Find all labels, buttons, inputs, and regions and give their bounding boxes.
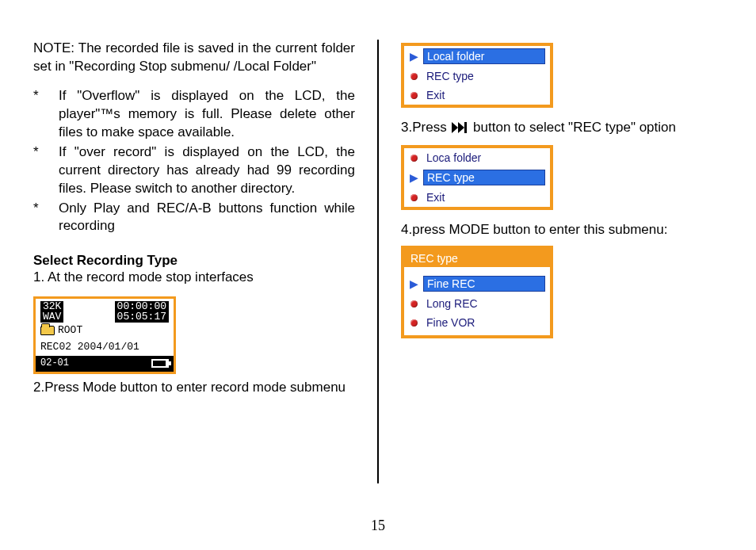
submenu-rec-type-select: Loca folder ▶ REC type Exit xyxy=(401,145,553,210)
bullet-text: If "over record" is displayed on the LCD… xyxy=(59,143,355,198)
lcd-record-mode: 32K WAV 00:00:00 05:05:17 ROOT REC02 200… xyxy=(33,296,176,374)
lcd-index: 02-01 xyxy=(40,357,69,369)
lcd-root-label: ROOT xyxy=(58,324,82,336)
fast-forward-icon xyxy=(452,120,468,139)
folder-icon xyxy=(40,326,55,335)
step-2: 2.Press Mode button to enter record mode… xyxy=(33,379,355,397)
menu-item-rec-type[interactable]: REC type xyxy=(404,67,550,86)
svg-rect-2 xyxy=(464,122,467,133)
menu-title: REC type xyxy=(404,249,550,267)
bullet-item: * Only Play and REC/A-B buttons function… xyxy=(33,200,355,236)
section-heading: Select Recording Type xyxy=(33,253,355,269)
battery-icon xyxy=(151,359,169,368)
submenu-rec-type-options: REC type ▶ Fine REC Long REC Fine VOR xyxy=(401,246,553,338)
bullet-text: If "Overflow" is displayed on the LCD, t… xyxy=(59,87,355,142)
bullet-dot-icon xyxy=(409,316,418,329)
menu-item-local-folder[interactable]: ▶ Local folder xyxy=(404,46,550,67)
menu-item-long-rec[interactable]: Long REC xyxy=(404,294,550,313)
bullet-dot-icon xyxy=(409,151,418,164)
menu-label: REC type xyxy=(423,170,545,185)
svg-marker-1 xyxy=(458,122,464,133)
bullet-star: * xyxy=(33,200,59,236)
bullet-star: * xyxy=(33,87,59,142)
page-number: 15 xyxy=(371,518,385,534)
bullet-list: * If "Overflow" is displayed on the LCD,… xyxy=(33,87,355,238)
bullet-item: * If "over record" is displayed on the L… xyxy=(33,143,355,198)
bullet-text: Only Play and REC/A-B buttons function w… xyxy=(59,200,355,236)
lcd-format: WAV xyxy=(43,312,61,322)
lcd-time-b: 05:05:17 xyxy=(117,312,166,322)
menu-label: Fine VOR xyxy=(423,315,545,330)
menu-label: Exit xyxy=(423,190,545,204)
menu-item-fine-rec[interactable]: ▶ Fine REC xyxy=(404,273,550,294)
bullet-dot-icon xyxy=(409,191,418,204)
selection-arrow-icon: ▶ xyxy=(409,277,418,290)
note-text: NOTE: The recorded file is saved in the … xyxy=(33,40,355,76)
menu-label: Long REC xyxy=(423,296,545,311)
menu-label: REC type xyxy=(423,69,545,83)
submenu-local-folder: ▶ Local folder REC type Exit xyxy=(401,43,553,108)
step-3: 3.Press button to select "REC type" opti… xyxy=(401,119,723,139)
menu-item-fine-vor[interactable]: Fine VOR xyxy=(404,313,550,332)
bullet-dot-icon xyxy=(409,89,418,101)
svg-marker-0 xyxy=(452,122,458,133)
bullet-star: * xyxy=(33,143,59,198)
menu-label: Fine REC xyxy=(423,276,545,292)
step-1: 1. At the record mode stop interfaces xyxy=(33,269,355,287)
menu-label: Local folder xyxy=(423,48,545,64)
bullet-item: * If "Overflow" is displayed on the LCD,… xyxy=(33,87,355,142)
menu-item-exit[interactable]: Exit xyxy=(404,188,550,207)
selection-arrow-icon: ▶ xyxy=(409,50,418,63)
lcd-rec-line: REC02 2004/01/01 xyxy=(36,338,174,356)
menu-item-rec-type[interactable]: ▶ REC type xyxy=(404,167,550,188)
bullet-dot-icon xyxy=(409,297,418,310)
menu-item-local-folder[interactable]: Loca folder xyxy=(404,148,550,167)
selection-arrow-icon: ▶ xyxy=(409,171,418,184)
menu-label: Exit xyxy=(423,88,545,102)
step-4: 4.press MODE button to enter this submen… xyxy=(401,221,723,239)
menu-item-exit[interactable]: Exit xyxy=(404,86,550,105)
bullet-dot-icon xyxy=(409,70,418,82)
menu-label: Loca folder xyxy=(423,151,545,165)
